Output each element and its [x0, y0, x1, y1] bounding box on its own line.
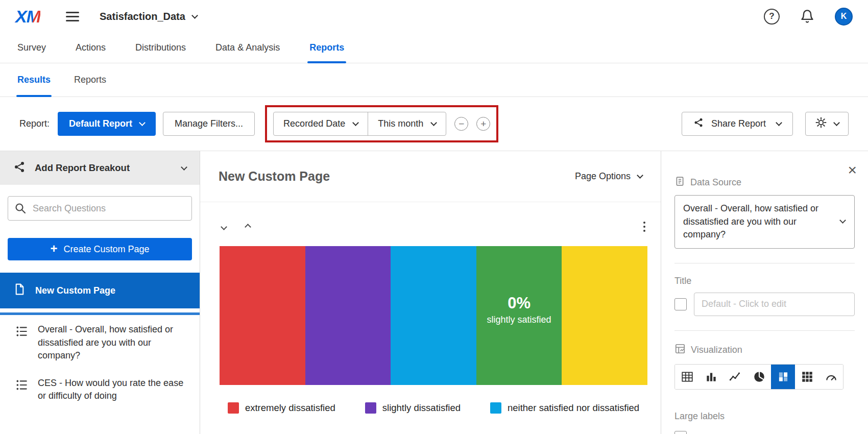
help-icon[interactable]: ?: [764, 9, 780, 25]
data-source-value: Overall - Overall, how satisfied or diss…: [683, 203, 818, 239]
manage-filters-label: Manage Filters...: [175, 118, 243, 129]
list-question-icon: [15, 325, 29, 338]
breakout-icon: [13, 161, 26, 176]
visualization-icon: [674, 343, 686, 357]
remove-filter-button[interactable]: −: [454, 117, 468, 131]
bar-segment[interactable]: [391, 246, 476, 385]
viz-bar-chart-icon[interactable]: [699, 365, 723, 389]
chevron-down-icon: [839, 217, 846, 224]
viz-stacked-bar-icon[interactable]: [771, 365, 795, 389]
add-filter-button[interactable]: +: [476, 117, 490, 131]
legend-label: slightly dissatisfied: [382, 402, 461, 414]
bar-segment[interactable]: [220, 246, 305, 385]
subtab-results[interactable]: Results: [17, 63, 51, 97]
widget-menu-kebab-icon[interactable]: [641, 220, 647, 234]
tab-data-analysis[interactable]: Data & Analysis: [215, 33, 280, 63]
default-report-label: Default Report: [69, 118, 132, 129]
bar-segment[interactable]: [562, 246, 647, 385]
reports-subnav: Results Reports: [0, 63, 868, 97]
legend-swatch: [365, 402, 376, 414]
top-bar: XM Satisfaction_Data ? K: [0, 0, 868, 33]
title-checkbox[interactable]: [674, 298, 687, 310]
sidebar-item-question-ces[interactable]: CES - How would you rate the ease or dif…: [0, 369, 200, 409]
filter-value-label: This month: [378, 118, 423, 129]
sidebar-item-new-custom-page[interactable]: New Custom Page: [0, 273, 200, 308]
gear-icon: [815, 116, 827, 131]
chart-widget: 0%slightly satisfied extremely dissatisf…: [200, 202, 661, 414]
bar-data-label: 0%slightly satisfied: [476, 240, 562, 379]
date-filter-control: Recorded Date This month: [273, 112, 446, 136]
chevron-down-icon: [139, 119, 146, 126]
manage-filters-button[interactable]: Manage Filters...: [163, 112, 255, 136]
xm-logo-m: M: [27, 7, 40, 26]
create-custom-page-button[interactable]: + Create Custom Page: [8, 238, 192, 260]
data-source-dropdown[interactable]: Overall - Overall, how satisfied or diss…: [674, 195, 855, 249]
chevron-down-icon: [776, 119, 782, 126]
bar-segment[interactable]: [305, 246, 391, 385]
share-icon: [693, 117, 704, 130]
viz-pie-chart-icon[interactable]: [747, 365, 771, 389]
move-widget-down-button[interactable]: [220, 220, 228, 233]
stacked-bar: 0%slightly satisfied: [220, 246, 647, 385]
search-questions-input[interactable]: [8, 196, 192, 221]
notifications-bell-icon[interactable]: [800, 9, 814, 23]
annotation-highlight: Recorded Date This month − +: [265, 105, 498, 142]
large-labels-label: Large labels: [674, 411, 855, 422]
sidebar-item-question-overall[interactable]: Overall - Overall, how satisfied or diss…: [0, 315, 200, 369]
question-label: Overall - Overall, how satisfied or diss…: [38, 323, 185, 363]
page-icon: [13, 283, 26, 298]
chevron-down-icon: [637, 172, 643, 179]
legend-label: extremely dissatisfied: [245, 402, 335, 414]
legend-swatch: [228, 402, 239, 414]
tab-reports[interactable]: Reports: [309, 33, 344, 63]
close-icon[interactable]: ×: [848, 162, 857, 178]
hamburger-menu-icon[interactable]: [66, 12, 79, 21]
chevron-down-icon: [430, 119, 437, 126]
filter-field-dropdown[interactable]: Recorded Date: [274, 112, 368, 135]
share-report-dropdown[interactable]: Share Report: [682, 112, 793, 136]
xm-logo-x: X: [15, 7, 27, 26]
add-report-breakout-button[interactable]: Add Report Breakout: [0, 151, 200, 185]
search-icon: [14, 202, 27, 216]
legend-item: slightly dissatisfied: [365, 402, 461, 414]
page-options-dropdown[interactable]: Page Options: [575, 171, 642, 182]
tab-survey[interactable]: Survey: [17, 33, 46, 63]
main-nav: Survey Actions Distributions Data & Anal…: [0, 33, 868, 63]
viz-gauge-icon[interactable]: [819, 365, 843, 389]
viz-pivot-table-icon[interactable]: [795, 365, 819, 389]
add-report-breakout-label: Add Report Breakout: [35, 162, 130, 174]
report-page-area: New Custom Page Page Options 0%slightly …: [200, 151, 661, 434]
chevron-down-icon: [833, 119, 840, 126]
report-toolbar: Report: Default Report Manage Filters...…: [0, 97, 868, 151]
move-widget-up-button[interactable]: [244, 220, 252, 233]
share-report-label: Share Report: [711, 118, 766, 129]
viz-table-icon[interactable]: [675, 365, 699, 389]
legend-item: neither satisfied nor dissatisfied: [490, 402, 639, 414]
xm-logo: XM: [15, 7, 40, 27]
settings-dropdown[interactable]: [805, 112, 849, 136]
default-report-dropdown[interactable]: Default Report: [58, 112, 156, 136]
title-input[interactable]: [694, 293, 855, 316]
chevron-down-icon: [191, 12, 198, 19]
report-label: Report:: [19, 118, 50, 129]
avatar[interactable]: K: [835, 8, 853, 26]
project-selector[interactable]: Satisfaction_Data: [100, 11, 197, 22]
subtab-reports[interactable]: Reports: [74, 63, 106, 97]
title-section-label: Title: [674, 276, 855, 286]
large-labels-checkbox[interactable]: [674, 431, 687, 434]
bar-segment[interactable]: 0%slightly satisfied: [476, 246, 562, 385]
tab-actions[interactable]: Actions: [76, 33, 106, 63]
filter-field-label: Recorded Date: [283, 118, 345, 129]
divider: [674, 263, 855, 263]
visualization-label: Visualization: [691, 345, 742, 355]
report-sidebar: Add Report Breakout + Create Custom Page…: [0, 151, 200, 434]
legend-label: neither satisfied nor dissatisfied: [508, 402, 639, 414]
tab-distributions[interactable]: Distributions: [135, 33, 186, 63]
create-custom-page-label: Create Custom Page: [63, 244, 149, 255]
question-label: CES - How would you rate the ease or dif…: [38, 377, 185, 403]
chart-legend: extremely dissatisfied slightly dissatis…: [220, 402, 647, 414]
filter-value-dropdown[interactable]: This month: [368, 112, 446, 135]
visualization-settings-panel: × Data Source Overall - Overall, how sat…: [661, 151, 868, 434]
viz-line-chart-icon[interactable]: [723, 365, 747, 389]
clipboard-icon: [674, 176, 685, 189]
